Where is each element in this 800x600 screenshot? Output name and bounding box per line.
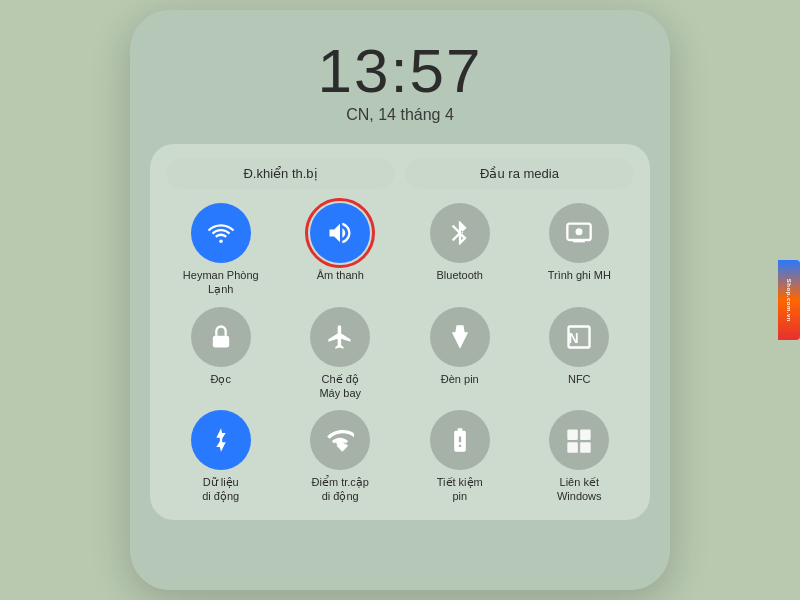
screen-recorder-label: Trình ghi MH bbox=[548, 268, 611, 282]
bluetooth-label: Bluetooth bbox=[437, 268, 483, 282]
svg-point-3 bbox=[576, 228, 583, 235]
mobile-data-label: Dữ liệudi động bbox=[202, 475, 239, 504]
battery-saver-item[interactable]: Tiết kiệmpin bbox=[405, 410, 515, 504]
clock-date: CN, 14 tháng 4 bbox=[346, 106, 454, 124]
battery-saver-label: Tiết kiệmpin bbox=[437, 475, 483, 504]
screen-recorder-icon-circle bbox=[549, 203, 609, 263]
windows-link-icon-circle bbox=[549, 410, 609, 470]
sound-item[interactable]: Âm thanh bbox=[286, 203, 396, 297]
phone-screen: 13:57 CN, 14 tháng 4 Đ.khiển th.bị Đầu r… bbox=[130, 10, 670, 590]
airplane-label: Chế độMáy bay bbox=[319, 372, 361, 401]
fpt-badge: Shop.com.vn bbox=[778, 260, 800, 340]
battery-saver-icon-circle bbox=[430, 410, 490, 470]
lock-icon-circle bbox=[191, 307, 251, 367]
nfc-label: NFC bbox=[568, 372, 591, 386]
svg-text:N: N bbox=[569, 329, 579, 345]
svg-rect-8 bbox=[568, 443, 579, 454]
svg-rect-6 bbox=[568, 430, 579, 441]
svg-rect-2 bbox=[573, 240, 585, 242]
mobile-data-item[interactable]: Dữ liệudi động bbox=[166, 410, 276, 504]
wifi-label: Heyman PhòngLạnh bbox=[183, 268, 259, 297]
windows-link-item[interactable]: Liên kếtWindows bbox=[525, 410, 635, 504]
clock-time: 13:57 bbox=[317, 40, 482, 102]
bluetooth-icon-circle bbox=[430, 203, 490, 263]
svg-rect-7 bbox=[580, 430, 591, 441]
tab-media-output[interactable]: Đầu ra media bbox=[405, 158, 634, 189]
sound-icon-circle bbox=[310, 203, 370, 263]
nfc-icon-circle: N bbox=[549, 307, 609, 367]
airplane-icon-circle bbox=[310, 307, 370, 367]
svg-point-0 bbox=[219, 239, 223, 243]
windows-link-label: Liên kếtWindows bbox=[557, 475, 602, 504]
control-center: Đ.khiển th.bị Đầu ra media Heyman PhòngL… bbox=[150, 144, 650, 520]
torch-item[interactable]: Đèn pin bbox=[405, 307, 515, 401]
hotspot-item[interactable]: Điểm tr.cậpdi động bbox=[286, 410, 396, 504]
lock-label: Đọc bbox=[211, 372, 231, 386]
svg-rect-4 bbox=[213, 335, 229, 347]
torch-label: Đèn pin bbox=[441, 372, 479, 386]
bluetooth-item[interactable]: Bluetooth bbox=[405, 203, 515, 297]
hotspot-label: Điểm tr.cậpdi động bbox=[312, 475, 369, 504]
screen-recorder-item[interactable]: Trình ghi MH bbox=[525, 203, 635, 297]
sound-label: Âm thanh bbox=[317, 268, 364, 282]
nfc-item[interactable]: N NFC bbox=[525, 307, 635, 401]
tab-device-control[interactable]: Đ.khiển th.bị bbox=[166, 158, 395, 189]
mobile-data-icon-circle bbox=[191, 410, 251, 470]
quick-settings-grid: Heyman PhòngLạnh Âm thanh bbox=[166, 203, 634, 504]
tab-row: Đ.khiển th.bị Đầu ra media bbox=[166, 158, 634, 189]
wifi-icon-circle bbox=[191, 203, 251, 263]
svg-rect-9 bbox=[580, 443, 591, 454]
lock-item[interactable]: Đọc bbox=[166, 307, 276, 401]
airplane-item[interactable]: Chế độMáy bay bbox=[286, 307, 396, 401]
hotspot-icon-circle bbox=[310, 410, 370, 470]
wifi-item[interactable]: Heyman PhòngLạnh bbox=[166, 203, 276, 297]
torch-icon-circle bbox=[430, 307, 490, 367]
